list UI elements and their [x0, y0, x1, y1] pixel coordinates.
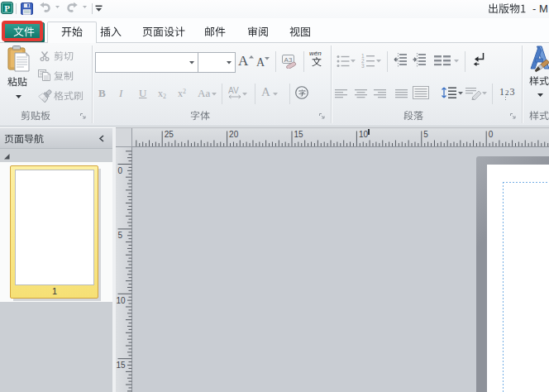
svg-text:AV: AV	[228, 86, 239, 95]
svg-text:A3: A3	[284, 56, 293, 64]
svg-text:P: P	[4, 3, 10, 13]
svg-text:3: 3	[361, 63, 365, 69]
